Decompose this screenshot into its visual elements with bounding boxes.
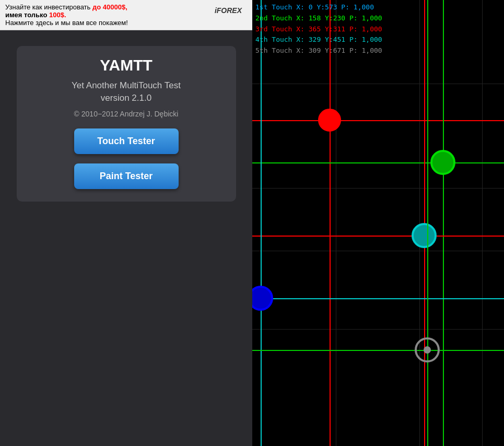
app-subtitle: Yet Another MultiTouch Testversion 2.1.0 xyxy=(72,79,181,104)
touch1-crosshair-h xyxy=(252,120,504,121)
touch4-crosshair-v xyxy=(261,0,262,446)
grid-h2 xyxy=(252,188,504,189)
ad-line2-before: имея только xyxy=(5,11,49,19)
ad-line3: Нажмите здесь и мы вам все покажем! xyxy=(5,19,247,27)
touch1-crosshair-v xyxy=(330,0,331,446)
grid-v2 xyxy=(419,0,420,446)
touch2-crosshair-v xyxy=(443,0,444,446)
ad-brand: iFOREX xyxy=(215,6,242,15)
app-title: YAMTT xyxy=(100,56,153,74)
touch-info: 1st Touch X: 0 Y:573 P: 1,000 2nd Touch … xyxy=(252,0,385,58)
ad-line1: Узнайте как инвестировать до 40000$, xyxy=(5,3,247,11)
ad-banner[interactable]: Узнайте как инвестировать до 40000$, име… xyxy=(0,0,252,30)
touch5-circle xyxy=(415,337,440,362)
touch3-circle xyxy=(412,223,437,248)
touch-line-2: 2nd Touch X: 158 Y:230 P: 1,000 xyxy=(255,13,382,24)
ad-line2-highlight: 100$. xyxy=(49,11,66,19)
right-panel: 1st Touch X: 0 Y:573 P: 1,000 2nd Touch … xyxy=(252,0,504,446)
touch-line-1: 1st Touch X: 0 Y:573 P: 1,000 xyxy=(255,2,382,13)
touch-tester-button[interactable]: Touch Tester xyxy=(74,128,179,154)
touch3-crosshair-h xyxy=(252,236,504,237)
ad-line2: имея только 100$. xyxy=(5,11,247,19)
touch5-crosshair-v xyxy=(427,0,428,446)
grid-v1 xyxy=(336,0,336,446)
touch-line-3: 3rd Touch X: 365 Y:311 P: 1,000 xyxy=(255,24,382,35)
touch-line-5: 5th Touch X: 309 Y:671 P: 1,000 xyxy=(255,45,382,56)
touch5-inner-dot xyxy=(424,346,431,354)
grid-h4 xyxy=(252,329,504,330)
grid-h3 xyxy=(252,251,504,251)
app-card: YAMTT Yet Another MultiTouch Testversion… xyxy=(17,46,236,202)
app-copyright: © 2010−2012 Andrzej J. Dębicki xyxy=(74,110,179,118)
app-subtitle-text: Yet Another MultiTouch Testversion 2.1.0 xyxy=(72,80,181,103)
touch-line-4: 4th Touch X: 329 Y:451 P: 1,000 xyxy=(255,34,382,45)
touch5-crosshair-h xyxy=(252,350,504,351)
paint-tester-button[interactable]: Paint Tester xyxy=(74,163,179,189)
touch2-crosshair-h xyxy=(252,162,504,163)
ad-line1-highlight: до 40000$, xyxy=(92,3,127,11)
grid-h1 xyxy=(252,84,504,84)
touch1-circle xyxy=(318,109,341,132)
touch4-crosshair-h xyxy=(252,298,504,299)
grid-v3 xyxy=(482,0,483,446)
left-panel: Узнайте как инвестировать до 40000$, име… xyxy=(0,0,252,446)
ad-line1-before: Узнайте как инвестировать xyxy=(5,3,92,11)
touch2-circle xyxy=(430,150,455,175)
touch4-circle xyxy=(252,286,273,311)
